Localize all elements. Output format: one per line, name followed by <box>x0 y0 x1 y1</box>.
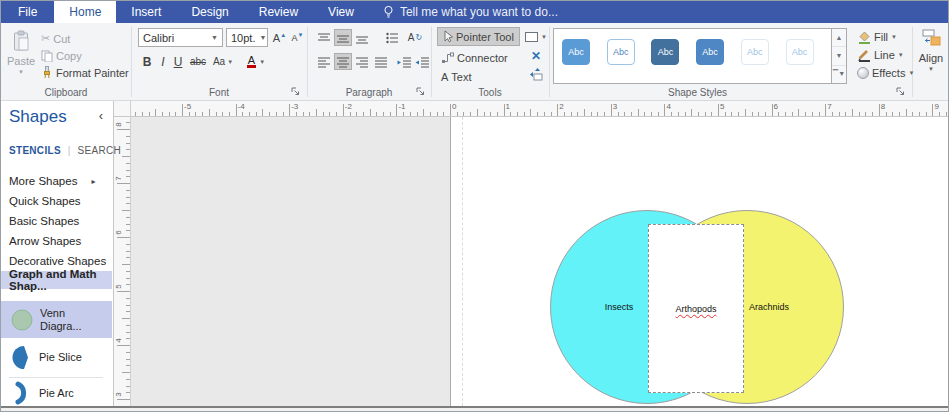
page-margin-guide <box>462 117 463 406</box>
decrease-indent-button[interactable] <box>395 53 413 70</box>
align-left-button[interactable] <box>315 53 333 70</box>
vruler-label: 5 <box>114 284 123 288</box>
venn-right-label: Arachnids <box>729 302 809 312</box>
shapes-panel-title: Shapes <box>9 107 67 127</box>
text-block-tool-button[interactable] <box>527 67 545 83</box>
grow-font-button[interactable]: A▲ <box>271 28 288 47</box>
align-right-button[interactable] <box>353 53 371 70</box>
gallery-scroll-up-icon[interactable]: ▲ <box>832 29 846 47</box>
text-tool-button[interactable]: A Text <box>439 68 474 85</box>
pointer-tool-button[interactable]: Pointer Tool <box>437 27 520 46</box>
collapse-panel-icon[interactable]: ‹ <box>99 111 103 121</box>
venn-intersection-label: Arthopods <box>675 304 716 314</box>
drawing-canvas[interactable]: Arthopods Insects Arachnids <box>131 117 948 406</box>
sidebar-item-more-shapes[interactable]: More Shapes▸ <box>1 171 112 191</box>
font-dialog-launcher[interactable] <box>291 87 301 97</box>
stencils-tab[interactable]: STENCILS <box>9 145 61 156</box>
italic-button[interactable]: I <box>156 53 170 70</box>
master-venn-diagram[interactable]: Venn Diagra... <box>1 301 112 338</box>
paragraph-group: A↻ Paragraph <box>307 23 431 100</box>
paste-button[interactable]: Paste ▾ <box>7 27 35 89</box>
shape-style-chip-1[interactable]: Abc <box>562 39 590 65</box>
drawing-page[interactable]: Arthopods Insects Arachnids <box>450 117 948 406</box>
tab-insert[interactable]: Insert <box>116 1 176 23</box>
underline-button[interactable]: U <box>171 53 185 70</box>
master-pie-slice[interactable]: Pie Slice <box>1 344 112 370</box>
shape-style-chip-6[interactable]: Abc <box>786 39 814 65</box>
sidebar-item-graph-and-math-shap[interactable]: Graph and Math Shap... <box>1 271 112 289</box>
gallery-more-icon[interactable]: ▔▼ <box>832 66 846 83</box>
chevron-down-icon[interactable]: ▼ <box>255 34 266 41</box>
hruler-label: 2 <box>559 102 563 111</box>
cut-button[interactable]: ✂ Cut <box>39 30 72 47</box>
format-painter-button[interactable]: Format Painter <box>39 64 131 81</box>
master-pie-arc[interactable]: Pie Arc <box>1 381 112 405</box>
font-group-label: Font <box>131 87 307 98</box>
shape-styles-dialog-launcher[interactable] <box>896 87 906 97</box>
tab-home[interactable]: Home <box>54 1 116 23</box>
font-group: Calibri▼ 10pt.▼ A▲ A▼ B I U abc Aa▼ A ▼ … <box>131 23 307 100</box>
paragraph-dialog-launcher[interactable] <box>416 87 426 97</box>
pie-arc-icon <box>14 381 28 405</box>
hruler-label: 0 <box>452 102 456 111</box>
fill-icon <box>857 30 871 44</box>
fill-button[interactable]: Fill ▼ <box>855 28 899 45</box>
paste-label: Paste <box>7 55 35 67</box>
hruler-label: 4 <box>666 102 670 111</box>
hruler-label: -4 <box>238 102 245 111</box>
align-center-button[interactable] <box>334 53 352 70</box>
gallery-scroll-down-icon[interactable]: ▼ <box>832 47 846 65</box>
line-button[interactable]: Line ▼ <box>855 46 906 63</box>
vruler-label: 4 <box>114 338 123 342</box>
font-size-select[interactable]: 10pt.▼ <box>226 28 268 47</box>
gallery-scrollbar[interactable]: ▲ ▼ ▔▼ <box>831 29 846 83</box>
shape-style-chip-4[interactable]: Abc <box>696 39 724 65</box>
shape-style-chip-2[interactable]: Abc <box>607 39 635 65</box>
tab-view[interactable]: View <box>313 1 369 23</box>
change-case-button[interactable]: Aa▼ <box>211 53 235 70</box>
tools-group: Pointer Tool ▼ Connector ✕ A Text Tools <box>431 23 549 100</box>
hruler-label: -5 <box>184 102 191 111</box>
strikethrough-button[interactable]: abc <box>187 53 209 70</box>
hruler-label: -2 <box>345 102 352 111</box>
tab-review[interactable]: Review <box>244 1 313 23</box>
sidebar-item-quick-shapes[interactable]: Quick Shapes <box>1 191 112 211</box>
copy-icon <box>41 50 53 62</box>
tab-design[interactable]: Design <box>176 1 243 23</box>
vruler-label: 3 <box>114 392 123 396</box>
font-family-select[interactable]: Calibri▼ <box>138 28 223 47</box>
tell-me-label: Tell me what you want to do... <box>400 5 558 19</box>
tools-group-label: Tools <box>431 87 549 98</box>
hruler-label: 5 <box>720 102 724 111</box>
ribbon-tab-bar: File HomeInsertDesignReviewView Tell me … <box>1 1 948 23</box>
shape-style-chip-3[interactable]: Abc <box>651 39 679 65</box>
text-direction-button[interactable]: A↻ <box>405 29 425 46</box>
justify-button[interactable] <box>372 53 390 70</box>
align-middle-button[interactable] <box>334 29 352 46</box>
connection-point-tool-button[interactable]: ✕ <box>527 48 545 64</box>
paste-dropdown-arrow: ▾ <box>19 68 23 76</box>
chevron-down-icon[interactable]: ▼ <box>207 34 218 41</box>
bold-button[interactable]: B <box>139 53 155 70</box>
bullets-button[interactable] <box>383 29 401 46</box>
shape-style-chip-5[interactable]: Abc <box>741 39 769 65</box>
copy-button[interactable]: Copy <box>39 47 84 64</box>
pointer-icon <box>443 30 453 43</box>
effects-button[interactable]: Effects ▼ <box>855 64 916 81</box>
align-bottom-button[interactable] <box>353 29 371 46</box>
window-bottom-edge <box>1 406 948 411</box>
tab-file[interactable]: File <box>1 1 54 23</box>
shape-style-gallery: AbcAbcAbcAbcAbcAbc ▲ ▼ ▔▼ <box>553 28 847 84</box>
search-tab[interactable]: SEARCH <box>77 145 120 156</box>
tell-me-box[interactable]: Tell me what you want to do... <box>383 1 558 23</box>
connector-tool-button[interactable]: Connector <box>439 49 510 66</box>
rectangle-tool-button[interactable]: ▼ <box>525 29 547 44</box>
align-button[interactable]: Align ▼ <box>916 27 946 87</box>
font-color-button[interactable]: A ▼ <box>243 53 269 70</box>
shrink-font-button[interactable]: A▼ <box>289 28 306 47</box>
sidebar-item-basic-shapes[interactable]: Basic Shapes <box>1 211 112 231</box>
sidebar-item-arrow-shapes[interactable]: Arrow Shapes <box>1 231 112 251</box>
increase-indent-button[interactable] <box>413 53 431 70</box>
align-top-button[interactable] <box>315 29 333 46</box>
shape-styles-group-label: Shape Styles <box>549 87 846 98</box>
